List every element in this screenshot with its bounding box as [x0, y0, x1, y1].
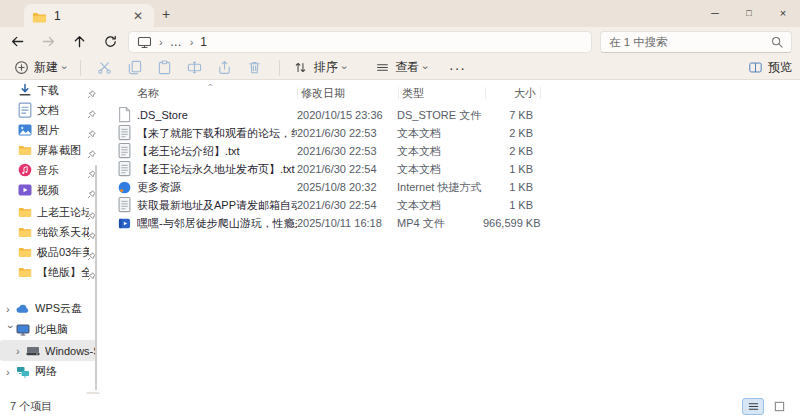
- view-lines-icon: [374, 60, 390, 76]
- chevron-right-icon[interactable]: ›: [16, 345, 26, 357]
- cut-icon[interactable]: [97, 60, 113, 76]
- sidebar-item-videos[interactable]: 视频: [0, 180, 100, 200]
- sidebar-scrollbar[interactable]: [95, 165, 97, 390]
- file-row[interactable]: 【老王论坛介绍】.txt 2021/6/30 22:53 文本文档 2 KB: [100, 142, 800, 160]
- rename-icon[interactable]: [187, 60, 203, 76]
- chevron-right-icon[interactable]: ›: [6, 366, 16, 378]
- sidebar-item-folder-3[interactable]: 极品03年美少: [0, 242, 100, 262]
- copy-icon[interactable]: [127, 60, 143, 76]
- delete-icon[interactable]: [247, 60, 263, 76]
- sidebar-item-folder-1[interactable]: 上老王论坛当: [0, 202, 100, 222]
- file-row[interactable]: 【老王论坛永久地址发布页】.txt 2021/6/30 22:54 文本文档 1…: [100, 160, 800, 178]
- file-type: 文本文档: [397, 144, 483, 159]
- sidebar-item-network[interactable]: › 网络: [0, 361, 100, 382]
- pictures-icon: [18, 124, 32, 137]
- column-header-date[interactable]: 修改日期: [298, 86, 398, 101]
- text-file-icon: [118, 144, 131, 158]
- new-button[interactable]: 新建 ›: [6, 57, 74, 79]
- chevron-down-icon[interactable]: ›: [5, 325, 17, 335]
- sidebar-item-pictures[interactable]: 图片: [0, 120, 100, 140]
- folder-icon: [18, 266, 32, 279]
- this-pc-icon: [16, 323, 30, 336]
- refresh-button[interactable]: [96, 30, 124, 54]
- maximize-button[interactable]: □: [732, 0, 766, 26]
- breadcrumb-chevron-icon: ›: [190, 36, 194, 48]
- sidebar-item-folder-2[interactable]: 纯欲系天花板: [0, 222, 100, 242]
- file-explorer-window: 1 ✕ + ─ □ × › … › 1: [0, 0, 800, 419]
- folder-icon: [18, 206, 32, 219]
- file-size: 2 KB: [483, 127, 533, 139]
- share-icon[interactable]: [217, 60, 233, 76]
- sidebar-label: 图片: [37, 123, 89, 138]
- folder-icon: [18, 246, 32, 259]
- toolbar-divider: [279, 60, 280, 76]
- sidebar-item-downloads[interactable]: 下载: [0, 80, 100, 100]
- file-row[interactable]: 【来了就能下载和观看的论坛，纯免费！】.txt 2021/6/30 22:53 …: [100, 124, 800, 142]
- tab-close-icon[interactable]: ✕: [130, 9, 146, 23]
- pin-icon: [87, 105, 96, 114]
- column-header-size[interactable]: 大小: [486, 86, 536, 101]
- sidebar-item-screenshots[interactable]: 屏幕截图: [0, 140, 100, 160]
- folder-icon: [18, 144, 32, 157]
- file-date: 2020/10/15 23:36: [297, 109, 397, 121]
- minimize-button[interactable]: ─: [698, 0, 732, 26]
- icons-view-button[interactable]: [768, 398, 790, 415]
- breadcrumb-ellipsis[interactable]: …: [170, 35, 183, 49]
- navigation-bar: › … › 1: [0, 27, 800, 56]
- breadcrumb-current[interactable]: 1: [200, 35, 207, 49]
- details-view-button[interactable]: [742, 398, 764, 415]
- new-tab-button[interactable]: +: [162, 6, 170, 22]
- more-options-button[interactable]: ···: [435, 60, 480, 76]
- sidebar-item-wps-cloud[interactable]: › WPS云盘: [0, 298, 100, 319]
- file-date: 2021/6/30 22:53: [297, 127, 397, 139]
- file-row[interactable]: 更多资源 2025/10/8 20:32 Internet 快捷方式 1 KB: [100, 178, 800, 196]
- preview-label: 预览: [768, 59, 792, 76]
- sidebar-item-this-pc[interactable]: › 此电脑: [0, 319, 100, 340]
- sidebar-label: 下载: [37, 83, 89, 98]
- search-input[interactable]: [609, 36, 771, 48]
- chevron-down-icon: ›: [339, 66, 350, 70]
- sidebar-item-folder-4[interactable]: 【绝版】全网: [0, 262, 100, 282]
- folder-icon: [18, 226, 32, 239]
- file-row[interactable]: 获取最新地址及APP请发邮箱自动获取.txt 2021/6/30 22:54 文…: [100, 196, 800, 214]
- file-date: 2021/6/30 22:54: [297, 199, 397, 211]
- pin-icon: [87, 145, 96, 154]
- back-button[interactable]: [3, 30, 31, 54]
- pin-icon: [87, 85, 96, 94]
- column-divider[interactable]: [540, 87, 541, 99]
- window-controls: ─ □ ×: [698, 0, 800, 26]
- sidebar-item-music[interactable]: 音乐: [0, 160, 100, 180]
- sort-button[interactable]: 排序 ›: [286, 57, 354, 79]
- videos-icon: [18, 184, 32, 197]
- explorer-tab[interactable]: 1 ✕: [24, 4, 154, 27]
- sidebar-label: 【绝版】全网: [37, 265, 89, 280]
- close-button[interactable]: ×: [766, 0, 800, 26]
- sidebar-item-windows-ssd[interactable]: › Windows-SSD: [0, 340, 97, 361]
- chevron-right-icon[interactable]: ›: [6, 303, 16, 315]
- column-header-name[interactable]: 名称: [137, 86, 297, 101]
- sidebar-label: 上老王论坛当: [37, 205, 89, 220]
- view-label: 查看: [395, 59, 419, 76]
- file-type: DS_STORE 文件: [397, 108, 483, 123]
- file-name: 【老王论坛永久地址发布页】.txt: [137, 162, 297, 177]
- file-date: 2025/10/8 20:32: [297, 181, 397, 193]
- file-row[interactable]: .DS_Store 2020/10/15 23:36 DS_STORE 文件 7…: [100, 106, 800, 124]
- forward-button[interactable]: [34, 30, 62, 54]
- preview-button[interactable]: 预览: [747, 59, 792, 76]
- text-file-icon: [118, 126, 131, 140]
- sidebar-item-documents[interactable]: 文档: [0, 100, 100, 120]
- tab-bar: 1 ✕ + ─ □ ×: [0, 0, 800, 27]
- status-bar: 7 个项目: [0, 394, 800, 419]
- up-button[interactable]: [65, 30, 93, 54]
- chevron-down-icon: ›: [59, 66, 70, 70]
- column-header-type[interactable]: 类型: [399, 86, 485, 101]
- file-size: 1 KB: [483, 163, 533, 175]
- sidebar-label: Windows-SSD: [45, 345, 97, 357]
- breadcrumb-chevron-icon: ›: [159, 36, 163, 48]
- view-toggles: [742, 398, 790, 415]
- address-bar[interactable]: › … › 1: [128, 31, 592, 53]
- paste-icon[interactable]: [157, 60, 173, 76]
- music-icon: [18, 164, 32, 177]
- view-button[interactable]: 查看 ›: [367, 57, 435, 79]
- file-row[interactable]: 嘿嘿-与邻居徒步爬山游玩，性瘾来了，找了一... 2025/10/11 16:1…: [100, 214, 800, 232]
